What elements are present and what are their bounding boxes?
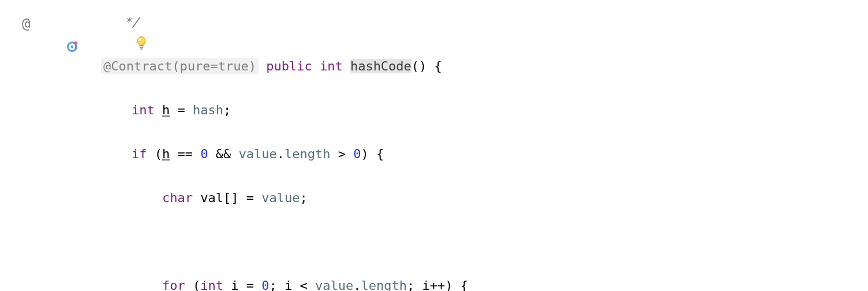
code-area[interactable]: */ @Contract(pure=true) public int hashC… — [101, 0, 468, 291]
gutter-row[interactable]: @ — [0, 10, 101, 32]
code-editor[interactable]: @ */ @Contract(pure=true) public int has… — [0, 0, 868, 132]
keyword-int: int — [132, 103, 155, 117]
method-parens: () — [411, 59, 427, 73]
keyword-for: for — [162, 278, 185, 291]
comment-end: */ — [101, 15, 139, 29]
ref-value[interactable]: value — [238, 147, 276, 161]
method-name[interactable]: hashCode — [350, 59, 411, 73]
ref-hash[interactable]: hash — [193, 103, 223, 117]
keyword-if: if — [132, 147, 147, 161]
gutter[interactable]: @ — [0, 0, 101, 291]
inferred-annotation[interactable]: @Contract(pure=true) — [101, 58, 259, 74]
space — [259, 59, 266, 73]
keyword-char: char — [162, 191, 193, 205]
var-i[interactable]: i — [231, 278, 238, 291]
ref-length[interactable]: length — [285, 147, 330, 161]
keyword-public: public — [266, 59, 312, 73]
var-val[interactable]: val — [200, 191, 223, 205]
number-literal: 0 — [353, 147, 361, 161]
var-i[interactable]: i — [422, 278, 429, 291]
intention-bulb-icon[interactable] — [74, 14, 87, 29]
override-icon[interactable] — [6, 15, 17, 27]
brace: { — [461, 278, 468, 291]
annotation-gutter-icon[interactable]: @ — [22, 13, 30, 35]
brace: { — [435, 59, 442, 73]
ref-value[interactable]: value — [315, 278, 353, 291]
number-literal: 0 — [261, 278, 269, 291]
number-literal: 0 — [200, 147, 208, 161]
brace: { — [376, 147, 384, 161]
var-h[interactable]: h — [162, 103, 170, 117]
ref-length[interactable]: length — [361, 278, 406, 291]
svg-point-1 — [71, 46, 73, 48]
var-h[interactable]: h — [162, 147, 170, 161]
blank-line — [101, 231, 468, 253]
keyword-int: int — [320, 59, 343, 73]
keyword-int: int — [200, 278, 223, 291]
var-i[interactable]: i — [285, 278, 292, 291]
ref-value[interactable]: value — [261, 191, 300, 205]
